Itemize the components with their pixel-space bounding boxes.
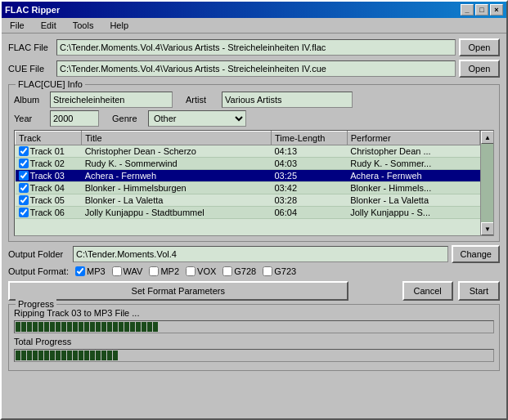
track-progress-fill (15, 321, 493, 333)
info-row-1: Album Artist (14, 92, 494, 108)
output-folder-input[interactable] (73, 246, 448, 262)
genre-select[interactable]: Other Rock Pop Classical Jazz (148, 110, 246, 127)
track-checkbox[interactable] (19, 159, 29, 168)
year-pair: Year (14, 110, 99, 127)
artist-pair: Artist (186, 92, 353, 108)
track-table: Track Title Time-Length Performer Track … (15, 131, 480, 219)
table-row[interactable]: Track 01Christopher Dean - Scherzo04:13C… (16, 145, 480, 158)
album-input[interactable] (50, 92, 173, 108)
cue-file-label: CUE File (8, 64, 53, 74)
year-input[interactable] (50, 110, 99, 127)
track-checkbox[interactable] (19, 195, 29, 205)
format-vox: VOX (186, 266, 216, 276)
total-progress-bar (14, 349, 494, 362)
scroll-down-btn[interactable]: ▼ (481, 222, 494, 235)
format-mp2: MP2 (149, 266, 179, 276)
table-row[interactable]: Track 02Rudy K. - Sommerwind04:03Rudy K.… (16, 158, 480, 170)
format-wav-label: WAV (124, 266, 143, 276)
track-checkbox[interactable] (19, 171, 29, 181)
start-button[interactable]: Start (458, 281, 500, 301)
progress-group: Progress Ripping Track 03 to MP3 File ..… (8, 304, 500, 371)
track-scrollbar[interactable]: ▲ ▼ (480, 131, 493, 235)
scroll-up-btn[interactable]: ▲ (481, 131, 494, 144)
output-folder-label: Output Folder (8, 249, 70, 259)
menu-bar: File Edit Tools Help (2, 18, 506, 34)
table-row[interactable]: Track 06Jolly Kunjappu - Stadtbummel06:0… (16, 207, 480, 219)
format-g723: G723 (263, 266, 296, 276)
format-g723-label: G723 (274, 266, 296, 276)
year-label: Year (14, 114, 47, 123)
total-progress-fill (15, 350, 493, 361)
col-track: Track (16, 132, 82, 145)
menu-tools[interactable]: Tools (68, 20, 99, 31)
format-row: Output Format: MP3 WAV MP2 VOX G728 (8, 266, 500, 276)
track-checkbox[interactable] (19, 183, 29, 193)
flac-file-label: FLAC File (8, 42, 53, 52)
col-title: Title (82, 132, 272, 145)
flac-open-button[interactable]: Open (459, 38, 500, 56)
table-row[interactable]: Track 04Blonker - Himmelsburgen03:42Blon… (16, 182, 480, 194)
album-pair: Album (14, 92, 173, 108)
cue-file-row: CUE File Open (8, 60, 500, 78)
menu-edit[interactable]: Edit (36, 20, 61, 31)
artist-label: Artist (186, 95, 218, 105)
format-mp3-checkbox[interactable] (75, 266, 85, 276)
col-time: Time-Length (271, 132, 347, 145)
cancel-button[interactable]: Cancel (402, 281, 453, 301)
track-checkbox[interactable] (19, 146, 29, 156)
format-g723-checkbox[interactable] (263, 266, 272, 276)
output-format-label: Output Format: (8, 266, 69, 276)
info-group: FLAC[CUE] Info Album Artist Year Gen (8, 84, 500, 242)
main-window: FLAC Ripper _ □ × File Edit Tools Help F… (0, 0, 508, 420)
artist-input[interactable] (222, 92, 353, 108)
table-row[interactable]: Track 05Blonker - La Valetta03:28Blonker… (16, 194, 480, 207)
change-button[interactable]: Change (452, 245, 500, 263)
format-mp2-label: MP2 (160, 266, 179, 276)
track-progress-bar (14, 320, 494, 333)
cue-file-input[interactable] (56, 60, 456, 77)
genre-pair: Genre Other Rock Pop Classical Jazz (112, 110, 246, 127)
col-performer: Performer (347, 132, 479, 145)
format-mp3-label: MP3 (87, 266, 106, 276)
progress-group-title: Progress (16, 299, 56, 309)
format-mp2-checkbox[interactable] (149, 266, 159, 276)
minimize-button[interactable]: _ (461, 4, 474, 16)
format-vox-checkbox[interactable] (186, 266, 196, 276)
title-bar: FLAC Ripper _ □ × (2, 2, 506, 18)
flac-file-input[interactable] (56, 39, 456, 56)
progress-status-text: Ripping Track 03 to MP3 File ... (14, 308, 494, 318)
window-title: FLAC Ripper (5, 5, 60, 15)
info-row-2: Year Genre Other Rock Pop Classical Jazz (14, 110, 494, 127)
format-mp3: MP3 (75, 266, 106, 276)
maximize-button[interactable]: □ (475, 4, 488, 16)
flac-file-row: FLAC File Open (8, 38, 500, 56)
menu-file[interactable]: File (5, 20, 29, 31)
format-vox-label: VOX (197, 266, 216, 276)
format-g728-checkbox[interactable] (223, 266, 232, 276)
action-row: Set Format Parameters Cancel Start (8, 281, 500, 301)
output-folder-row: Output Folder Change (8, 245, 500, 263)
album-label: Album (14, 95, 47, 105)
genre-label: Genre (112, 114, 145, 123)
track-checkbox[interactable] (19, 208, 29, 217)
content-area: FLAC File Open CUE File Open FLAC[CUE] I… (2, 34, 506, 418)
format-wav-checkbox[interactable] (112, 266, 122, 276)
format-g728: G728 (223, 266, 256, 276)
set-format-params-button[interactable]: Set Format Parameters (8, 281, 348, 301)
close-button[interactable]: × (490, 4, 503, 16)
total-progress-label: Total Progress (14, 337, 494, 346)
track-table-container: Track Title Time-Length Performer Track … (14, 130, 494, 236)
menu-help[interactable]: Help (105, 20, 133, 31)
table-row[interactable]: Track 03Achera - Fernweh03:25Achera - Fe… (16, 170, 480, 182)
format-g728-label: G728 (234, 266, 256, 276)
title-bar-buttons: _ □ × (461, 4, 503, 16)
info-group-title: FLAC[CUE] Info (16, 79, 85, 89)
format-wav: WAV (112, 266, 143, 276)
scroll-track[interactable] (481, 144, 493, 222)
cue-open-button[interactable]: Open (459, 60, 500, 78)
